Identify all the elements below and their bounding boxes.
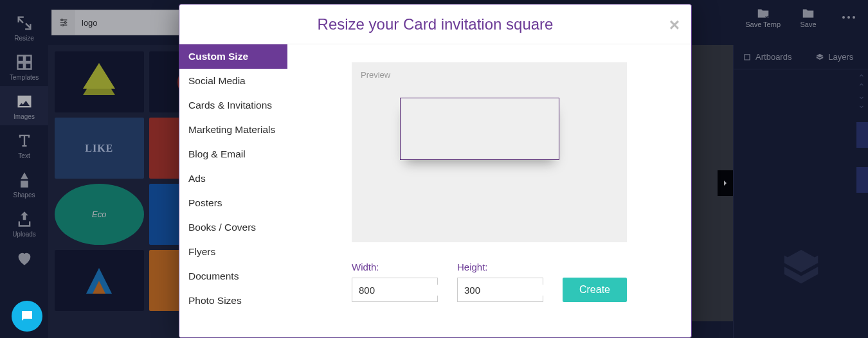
size-category-item[interactable]: Marketing Materials (179, 118, 287, 142)
width-input-wrap: px (352, 278, 438, 302)
size-category-item[interactable]: Flyers (179, 240, 287, 264)
size-category-item[interactable]: Books / Covers (179, 215, 287, 240)
size-category-item[interactable]: Ads (179, 166, 287, 191)
dimension-row: Width: px Height: ▲▼ px Create (352, 262, 627, 302)
size-category-item[interactable]: Photo Sizes (179, 289, 287, 313)
modal-close-button[interactable]: × (669, 15, 680, 35)
width-label: Width: (352, 262, 438, 272)
size-category-item[interactable]: Documents (179, 264, 287, 289)
modal-header: Resize your Card invitation square × (179, 4, 691, 44)
modal-body: Custom SizeSocial MediaCards & Invitatio… (179, 44, 691, 337)
size-category-item[interactable]: Cards & Invitations (179, 93, 287, 118)
preview-rect (400, 98, 559, 160)
size-category-item[interactable]: Custom Size (179, 44, 287, 69)
height-col: Height: ▲▼ px (457, 262, 543, 302)
modal-title: Resize your Card invitation square (318, 15, 554, 33)
height-input-wrap: ▲▼ px (457, 278, 543, 302)
width-col: Width: px (352, 262, 438, 302)
size-category-item[interactable]: Social Media (179, 69, 287, 93)
height-label: Height: (457, 262, 543, 272)
size-category-list[interactable]: Custom SizeSocial MediaCards & Invitatio… (179, 44, 287, 337)
resize-pane: Preview Width: px Height: ▲▼ px (287, 44, 691, 337)
preview-box: Preview (352, 62, 627, 242)
size-category-item[interactable]: Blog & Email (179, 142, 287, 166)
create-button[interactable]: Create (563, 278, 627, 302)
resize-modal: Resize your Card invitation square × Cus… (179, 4, 692, 338)
size-category-item[interactable]: Posters (179, 191, 287, 215)
chat-icon (19, 308, 35, 324)
preview-label: Preview (361, 70, 618, 80)
chat-widget-button[interactable] (12, 301, 42, 332)
